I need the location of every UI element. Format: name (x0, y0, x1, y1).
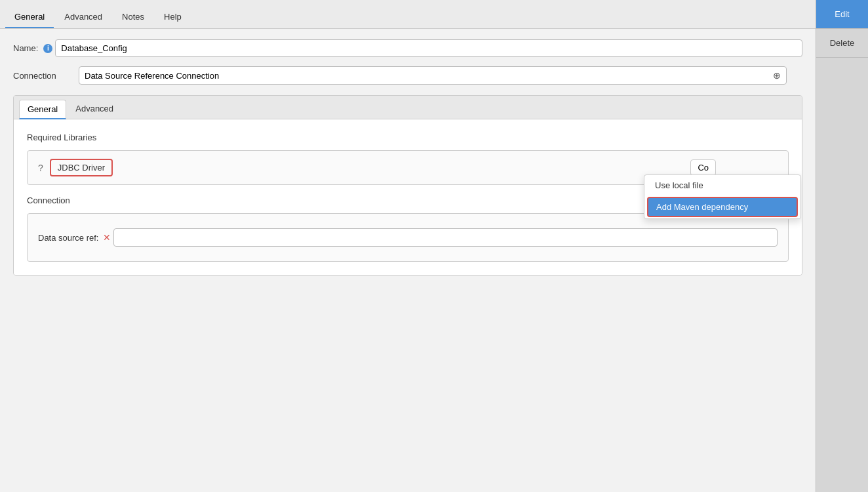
datasource-input[interactable] (113, 228, 778, 247)
dropdown-arrow-icon: ⊕ (773, 70, 781, 81)
error-icon: ✕ (103, 232, 111, 243)
name-field-row: Name: i (13, 39, 802, 57)
info-icon: i (43, 44, 52, 53)
datasource-row: Data source ref: ✕ (38, 220, 778, 255)
required-libraries-title: Required Libraries (27, 133, 789, 142)
tab-general[interactable]: General (5, 7, 54, 28)
connection-dropdown[interactable]: Data Source Reference Connection ⊕ (79, 66, 787, 85)
tab-notes[interactable]: Notes (113, 7, 153, 28)
content-area: Name: i Connection Data Source Reference… (0, 29, 816, 492)
inner-content: Required Libraries ? JDBC Driver Co Use … (14, 119, 802, 275)
add-maven-dependency-item[interactable]: Add Maven dependency (647, 197, 798, 217)
connection-row: Connection Data Source Reference Connect… (13, 66, 802, 85)
inner-tab-advanced[interactable]: Advanced (68, 100, 121, 119)
datasource-label: Data source ref: (38, 233, 99, 243)
name-input-wrapper: i (43, 39, 802, 57)
name-input[interactable] (55, 39, 802, 57)
delete-button[interactable]: Delete (816, 29, 868, 58)
tab-advanced[interactable]: Advanced (55, 7, 111, 28)
use-local-file-item[interactable]: Use local file (644, 175, 800, 195)
edit-button[interactable]: Edit (816, 0, 868, 29)
main-panel: General Advanced Notes Help Name: i Conn… (0, 0, 816, 492)
connection-dropdown-value: Data Source Reference Connection (85, 71, 219, 81)
connection-field-label: Connection (13, 71, 79, 81)
popup-menu: Use local file Add Maven dependency (644, 174, 801, 219)
tab-help[interactable]: Help (155, 7, 191, 28)
top-tab-bar: General Advanced Notes Help (0, 0, 816, 29)
inner-panel: General Advanced Required Libraries ? JD… (13, 95, 802, 276)
right-sidebar: Edit Delete (816, 0, 868, 492)
name-label: Name: (13, 43, 38, 53)
inner-tab-bar: General Advanced (14, 96, 802, 119)
help-icon: ? (38, 163, 43, 173)
library-row: ? JDBC Driver Co Use local file Add Mave… (27, 150, 789, 185)
inner-tab-general[interactable]: General (19, 100, 66, 119)
jdbc-driver-label: JDBC Driver (50, 159, 113, 176)
co-button[interactable]: Co (690, 159, 716, 176)
